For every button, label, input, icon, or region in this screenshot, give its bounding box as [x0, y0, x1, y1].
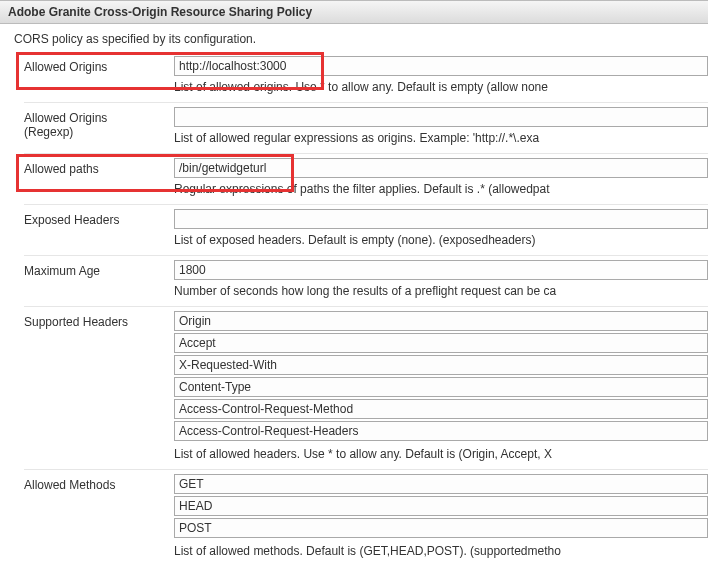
allowed-methods-input-1[interactable]: [174, 496, 708, 516]
allowed-origins-input[interactable]: [174, 56, 708, 76]
supported-headers-input-1[interactable]: [174, 333, 708, 353]
maximum-age-input[interactable]: [174, 260, 708, 280]
allowed-origins-desc: List of allowed origins. Use * to allow …: [174, 76, 708, 100]
allowed-origins-regexp-input[interactable]: [174, 107, 708, 127]
maximum-age-label: Maximum Age: [14, 260, 174, 282]
supported-headers-input-5[interactable]: [174, 421, 708, 441]
dialog-subtitle: CORS policy as specified by its configur…: [0, 24, 708, 52]
exposed-headers-label: Exposed Headers: [14, 209, 174, 231]
supported-headers-desc: List of allowed headers. Use * to allow …: [174, 443, 708, 467]
allowed-methods-label: Allowed Methods: [14, 474, 174, 496]
supported-headers-input-4[interactable]: [174, 399, 708, 419]
allowed-origins-label: Allowed Origins: [14, 56, 174, 78]
allowed-methods-input-2[interactable]: [174, 518, 708, 538]
maximum-age-desc: Number of seconds how long the results o…: [174, 280, 708, 304]
config-form: Allowed Origins List of allowed origins.…: [0, 52, 708, 566]
exposed-headers-input[interactable]: [174, 209, 708, 229]
supported-headers-input-2[interactable]: [174, 355, 708, 375]
supported-headers-input-3[interactable]: [174, 377, 708, 397]
allowed-methods-desc: List of allowed methods. Default is (GET…: [174, 540, 708, 564]
allowed-origins-regexp-label: Allowed Origins (Regexp): [14, 107, 174, 143]
allowed-methods-input-0[interactable]: [174, 474, 708, 494]
allowed-origins-regexp-desc: List of allowed regular expressions as o…: [174, 127, 708, 151]
supported-headers-input-0[interactable]: [174, 311, 708, 331]
dialog-title: Adobe Granite Cross-Origin Resource Shar…: [0, 0, 708, 24]
exposed-headers-desc: List of exposed headers. Default is empt…: [174, 229, 708, 253]
allowed-paths-input[interactable]: [174, 158, 708, 178]
allowed-paths-label: Allowed paths: [14, 158, 174, 180]
supported-headers-label: Supported Headers: [14, 311, 174, 333]
allowed-paths-desc: Regular expressions of paths the filter …: [174, 178, 708, 202]
